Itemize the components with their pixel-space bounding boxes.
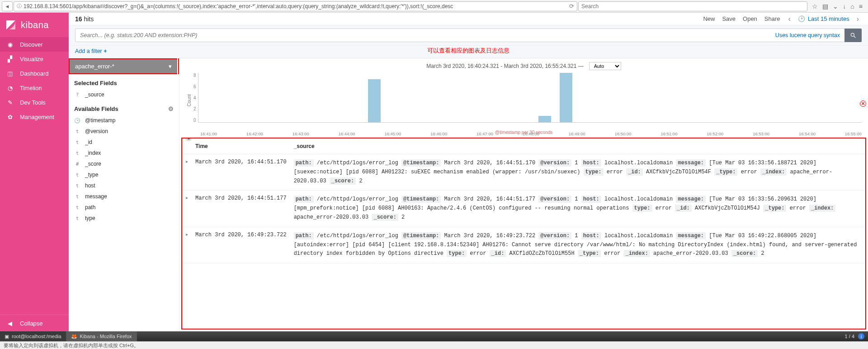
home-icon[interactable]: ⌂: [850, 3, 854, 10]
globe-icon: ⓘ: [17, 3, 22, 10]
gear-icon: ✿: [6, 113, 14, 120]
topbar: 16 hits NewSaveOpenShare ‹ 🕑 Last 15 min…: [69, 13, 868, 25]
field-host[interactable]: thost: [69, 180, 179, 191]
field-name: @version: [85, 128, 108, 134]
new-button[interactable]: New: [699, 15, 718, 22]
star-icon[interactable]: ☆: [812, 3, 818, 10]
dashboard-icon: ◫: [6, 70, 14, 77]
sidebar-item-management[interactable]: ✿Management: [0, 110, 69, 124]
brand-logo[interactable]: kibana: [0, 13, 69, 37]
clock-icon: ◔: [6, 84, 14, 91]
menu-icon[interactable]: ≡: [859, 3, 863, 10]
field-_source[interactable]: ?_source: [69, 89, 179, 100]
field-path[interactable]: tpath: [69, 202, 179, 213]
sidebar-item-timelion[interactable]: ◔Timelion: [0, 81, 69, 95]
share-button[interactable]: Share: [761, 15, 784, 22]
expand-row-icon[interactable]: ▸: [182, 191, 192, 227]
available-fields-title: Available Fields ⚙: [69, 100, 179, 115]
back-button[interactable]: ◄: [2, 1, 13, 11]
close-chart-icon[interactable]: ✕: [860, 100, 866, 107]
info-icon[interactable]: i: [858, 333, 864, 339]
task-0[interactable]: ▣root@localhost:/media: [0, 331, 66, 341]
time-picker[interactable]: 🕑 Last 15 minutes: [795, 15, 852, 22]
expand-row-icon[interactable]: ▸: [182, 154, 192, 191]
sidebar-item-label: Management: [20, 114, 54, 120]
reload-icon[interactable]: ⟳: [569, 3, 574, 10]
sidebar-item-discover[interactable]: ◉Discover: [0, 37, 69, 52]
field-name: _score: [85, 161, 101, 167]
table-row: ▸ March 3rd 2020, 16:44:51.177 path: /et…: [182, 191, 865, 227]
chart-plot[interactable]: [198, 73, 862, 123]
expand-row-icon[interactable]: ▸: [182, 227, 192, 263]
chart-bar[interactable]: [538, 116, 551, 122]
task-1[interactable]: 🦊Kibana - Mozilla Firefox: [66, 331, 137, 341]
field-name: message: [85, 193, 107, 200]
field-_id[interactable]: t_id: [69, 137, 179, 148]
add-filter-button[interactable]: Add a filter +: [75, 48, 107, 54]
col-time[interactable]: Time: [192, 139, 290, 154]
field-_score[interactable]: #_score: [69, 158, 179, 169]
field-type[interactable]: ttype: [69, 213, 179, 224]
pocket-icon[interactable]: ⌄: [833, 3, 838, 10]
collapse-label: Collapse: [20, 320, 43, 327]
url-input[interactable]: [24, 3, 567, 10]
field-@timestamp[interactable]: 🕒@timestamp: [69, 115, 179, 126]
field-type-icon: #: [74, 161, 80, 167]
field-type-icon: t: [74, 139, 80, 145]
field-name: host: [85, 182, 95, 189]
hits-count: 16 hits: [75, 15, 94, 23]
field-type-icon: t: [74, 150, 80, 156]
clipboard-icon[interactable]: ▤: [822, 3, 828, 10]
save-button[interactable]: Save: [718, 15, 739, 22]
search-input[interactable]: [80, 32, 772, 38]
syntax-link[interactable]: Uses lucene query syntax: [772, 32, 840, 38]
sidebar-item-label: Visualize: [20, 56, 43, 62]
table-row: ▸ March 3rd 2020, 16:49:23.722 path: /et…: [182, 227, 865, 263]
results-panel: March 3rd 2020, 16:40:24.321 - March 3rd…: [179, 58, 868, 331]
search-box[interactable]: Uses lucene query syntax: [75, 29, 844, 42]
browser-search[interactable]: [578, 1, 807, 11]
field-type-icon: t: [74, 129, 80, 134]
doc-time: March 3rd 2020, 16:44:51.170: [192, 154, 290, 191]
search-row: Uses lucene query syntax: [69, 25, 868, 46]
browser-search-input[interactable]: [581, 3, 804, 10]
sidebar-item-dashboard[interactable]: ◫Dashboard: [0, 66, 69, 81]
col-source[interactable]: _source: [290, 139, 865, 154]
field-message[interactable]: tmessage: [69, 191, 179, 202]
time-prev-icon[interactable]: ‹: [786, 15, 793, 23]
sidebar-item-dev-tools[interactable]: ✎Dev Tools: [0, 95, 69, 110]
chart-bar[interactable]: [368, 79, 381, 122]
download-icon[interactable]: ↓: [843, 3, 846, 10]
field-@version[interactable]: t@version: [69, 126, 179, 137]
time-next-icon[interactable]: ›: [854, 15, 862, 23]
clock-icon: 🕑: [798, 15, 805, 22]
taskbar: ▣root@localhost:/media🦊Kibana - Mozilla …: [0, 331, 868, 341]
workspace-indicator[interactable]: 1 / 4 i: [841, 333, 868, 339]
wrench-icon: ✎: [6, 99, 14, 106]
field-type-icon: 🕒: [74, 118, 80, 124]
url-bar[interactable]: ⓘ ⟳: [14, 1, 577, 11]
selected-fields-title: Selected Fields: [69, 74, 179, 89]
documents-table: Time _source ▸ March 3rd 2020, 16:44:51.…: [182, 139, 865, 263]
collapse-icon: ◀: [6, 320, 14, 327]
chart-area: Count 86420 ✕ 16:41:0016:42:0016:43:0016…: [179, 71, 868, 130]
y-axis-label: Count: [186, 71, 193, 130]
search-button[interactable]: [844, 29, 862, 42]
interval-select[interactable]: Auto: [589, 62, 621, 70]
collapse-button[interactable]: ◀ Collapse: [0, 315, 69, 331]
doc-time: March 3rd 2020, 16:44:51.177: [192, 191, 290, 227]
field-name: _source: [85, 91, 104, 98]
chart-title: March 3rd 2020, 16:40:24.321 - March 3rd…: [426, 63, 584, 69]
field-type-icon: t: [74, 172, 80, 178]
vm-status-bar: 要将输入定向到该虚拟机，请在虚拟机内部单击或按 Ctrl+G。: [0, 341, 868, 349]
fields-panel: apache_error-* ▾ Selected Fields ?_sourc…: [69, 58, 179, 331]
chart-bar[interactable]: [560, 73, 572, 122]
open-button[interactable]: Open: [739, 15, 761, 22]
gear-icon[interactable]: ⚙: [168, 105, 174, 112]
sidebar-item-visualize[interactable]: ▞Visualize: [0, 52, 69, 66]
chart-header: March 3rd 2020, 16:40:24.321 - March 3rd…: [179, 58, 868, 71]
index-pattern-select[interactable]: apache_error-* ▾: [69, 58, 177, 74]
field-type-icon: t: [74, 215, 80, 221]
field-_type[interactable]: t_type: [69, 169, 179, 180]
field-_index[interactable]: t_index: [69, 148, 179, 158]
